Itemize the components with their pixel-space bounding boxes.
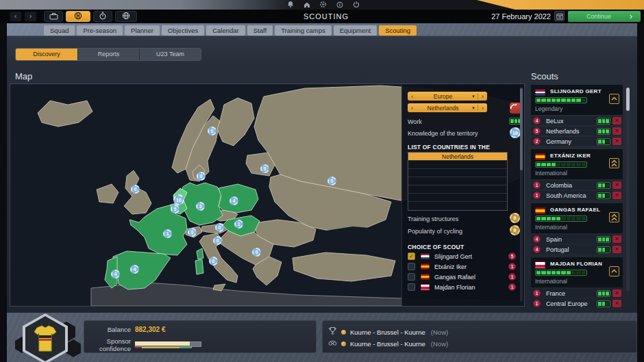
tab-training-camps[interactable]: Training camps bbox=[275, 25, 332, 36]
tab-squad[interactable]: Squad bbox=[44, 25, 75, 36]
bell-icon[interactable] bbox=[286, 1, 294, 8]
knowledge-segment bbox=[606, 140, 609, 144]
scout-header: GANGAS RAFAELInternational bbox=[531, 203, 623, 233]
country-row-empty[interactable] bbox=[408, 161, 507, 169]
region-prev-icon[interactable]: ‹ bbox=[408, 93, 417, 100]
scouts-scrollbar-thumb[interactable] bbox=[626, 88, 630, 111]
remove-territory-button[interactable]: × bbox=[612, 192, 621, 199]
remove-territory-button[interactable]: × bbox=[612, 300, 621, 307]
remove-territory-button[interactable]: × bbox=[612, 181, 621, 189]
remove-territory-button[interactable]: × bbox=[612, 246, 621, 253]
event-row-trophy[interactable]: Kuurne - Brussel - Kuurne(Now) bbox=[328, 326, 448, 338]
scout-checkbox-etx-niz-iker[interactable] bbox=[408, 263, 415, 270]
skill-segment bbox=[561, 271, 565, 274]
remove-territory-button[interactable]: × bbox=[612, 235, 621, 243]
territory-row-colombia[interactable]: 1Colombia× bbox=[531, 181, 623, 190]
scout-checkbox-slijngard-gert[interactable]: ✓ bbox=[408, 253, 415, 260]
remove-territory-button[interactable]: × bbox=[612, 138, 621, 145]
nl-flag-icon bbox=[535, 89, 545, 96]
subtab-reports[interactable]: Reports bbox=[77, 49, 139, 60]
skill-segment bbox=[556, 217, 560, 220]
country-row-empty[interactable] bbox=[408, 177, 507, 185]
subtab-u23-team[interactable]: U23 Team bbox=[139, 49, 201, 60]
territory-knowledge-bars bbox=[597, 192, 610, 199]
training-structures-badge: 9 bbox=[510, 213, 520, 223]
country-dropdown[interactable]: ‹ Netherlands ▾ › bbox=[408, 103, 487, 112]
country-prev-icon[interactable]: ‹ bbox=[408, 105, 417, 112]
country-row-empty[interactable] bbox=[408, 169, 507, 177]
chevron-up-icon[interactable] bbox=[609, 266, 619, 276]
continue-button[interactable]: Continue › bbox=[568, 11, 641, 22]
chevron-up-icon[interactable] bbox=[609, 212, 619, 222]
country-row-empty[interactable] bbox=[408, 185, 507, 194]
skill-segment bbox=[547, 271, 551, 274]
territory-count-badge: 1 bbox=[533, 181, 541, 189]
subtab-discovery[interactable]: Discovery bbox=[16, 49, 77, 60]
remove-territory-button[interactable]: × bbox=[612, 127, 621, 135]
back-button[interactable]: ‹ bbox=[10, 12, 21, 21]
globe-button[interactable] bbox=[115, 11, 137, 22]
tab-planner[interactable]: Planner bbox=[125, 25, 160, 36]
settings-icon[interactable] bbox=[319, 1, 327, 8]
skill-segment bbox=[567, 217, 571, 220]
territory-knowledge-bars bbox=[597, 118, 610, 125]
knowledge-segment bbox=[602, 194, 606, 198]
knowledge-segment bbox=[602, 237, 606, 242]
territory-row-portugal[interactable]: 4Portugal× bbox=[531, 245, 623, 254]
country-next-icon[interactable]: › bbox=[478, 105, 487, 112]
chevron-up-icon[interactable] bbox=[609, 158, 619, 168]
territory-name: Netherlands bbox=[546, 128, 597, 135]
territory-row-spain[interactable]: 4Spain× bbox=[531, 235, 623, 244]
territory-row-central-europe[interactable]: 1Central Europe× bbox=[531, 299, 623, 308]
tab-equipment[interactable]: Equipment bbox=[334, 25, 377, 36]
es-flag-icon bbox=[421, 274, 430, 280]
overlay-scrollbar[interactable] bbox=[520, 87, 523, 302]
region-next-icon[interactable]: › bbox=[478, 93, 487, 100]
staff-briefcase-button[interactable] bbox=[44, 11, 63, 22]
skill-segment bbox=[561, 99, 565, 102]
stopwatch-button[interactable] bbox=[93, 11, 112, 22]
territory-knowledge-bars bbox=[597, 128, 610, 135]
skill-segment bbox=[576, 217, 580, 220]
power-icon[interactable] bbox=[352, 1, 360, 8]
map-badge-russia: 0 bbox=[327, 177, 336, 185]
scout-checkbox-majdan-florian[interactable] bbox=[408, 283, 415, 291]
scout-checkbox-gangas-rafael[interactable] bbox=[408, 273, 415, 281]
remove-territory-button[interactable]: × bbox=[612, 117, 621, 125]
territory-row-france[interactable]: 1France× bbox=[531, 289, 623, 298]
territory-row-south-america[interactable]: 1South America× bbox=[531, 191, 623, 200]
scout-card-etx-niz-iker: ETXÁNIZ IKERInternational1Colombia×1Sout… bbox=[531, 149, 623, 200]
sponsor-confidence-label: Sponsor confidence bbox=[84, 337, 131, 352]
trophy-icon bbox=[328, 326, 337, 338]
region-dropdown[interactable]: ‹ Europe ▾ › bbox=[408, 92, 487, 101]
remove-territory-button[interactable]: × bbox=[612, 289, 621, 297]
event-status: (Now) bbox=[431, 328, 448, 336]
territory-count-badge: 4 bbox=[533, 235, 541, 243]
skill-segment bbox=[567, 163, 571, 166]
scouting-wheel-button[interactable] bbox=[66, 11, 90, 22]
country-row-netherlands[interactable]: Netherlands bbox=[408, 153, 507, 161]
tab-scouting[interactable]: Scouting bbox=[379, 25, 417, 36]
tab-calendar[interactable]: Calendar bbox=[206, 25, 245, 36]
country-row-empty[interactable] bbox=[408, 194, 507, 202]
event-status-dot bbox=[341, 341, 346, 346]
es-flag-icon bbox=[535, 153, 545, 160]
event-row-binoculars[interactable]: Kuurne - Brussel - Kuurne(Now) bbox=[328, 337, 448, 350]
tab-objectives[interactable]: Objectives bbox=[162, 25, 204, 36]
map-badge-latvia: 0 bbox=[260, 164, 269, 173]
chevron-up-icon[interactable] bbox=[609, 94, 619, 104]
country-row-empty[interactable] bbox=[408, 202, 507, 210]
tab-pre-season[interactable]: Pre-season bbox=[77, 25, 123, 36]
calendar-button[interactable] bbox=[554, 11, 565, 21]
territory-row-belux[interactable]: 4BeLux× bbox=[531, 116, 623, 125]
territory-row-germany[interactable]: 2Germany× bbox=[531, 137, 623, 146]
scouts-scrollbar[interactable] bbox=[626, 86, 630, 292]
forward-button[interactable]: › bbox=[25, 12, 36, 21]
home-icon[interactable] bbox=[303, 1, 310, 8]
tab-staff[interactable]: Staff bbox=[247, 25, 273, 36]
territory-row-netherlands[interactable]: 5Netherlands× bbox=[531, 127, 623, 135]
scout-skill-bar bbox=[535, 97, 587, 103]
skill-segment bbox=[536, 163, 541, 166]
info-icon[interactable] bbox=[336, 1, 343, 8]
overlay-scrollbar-thumb[interactable] bbox=[520, 88, 523, 170]
